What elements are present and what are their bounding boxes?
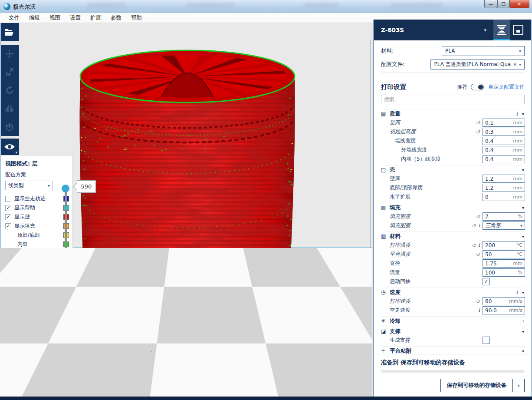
setting-value-input[interactable]: 0.1mm bbox=[483, 119, 525, 127]
revert-icon[interactable]: ↺ bbox=[476, 129, 480, 135]
scale-tool-button[interactable] bbox=[0, 63, 19, 81]
view-mode-button[interactable]: ▾ bbox=[0, 139, 19, 155]
move-tool-button[interactable] bbox=[0, 45, 19, 63]
section-chevron-icon[interactable]: ▾ bbox=[522, 329, 524, 334]
tab-prepare-slice[interactable] bbox=[493, 20, 510, 40]
section-header-infill[interactable]: ▨填充▾ bbox=[381, 203, 525, 212]
per-model-settings-button[interactable] bbox=[0, 118, 19, 136]
setting-value-input[interactable]: 0.4mm bbox=[483, 155, 525, 163]
setting-value-input[interactable]: 50°C bbox=[483, 250, 525, 258]
section-header-support[interactable]: ◪支撑▾ bbox=[381, 327, 525, 336]
legend-checkbox[interactable]: ✓ bbox=[5, 214, 11, 220]
save-options-dropdown[interactable]: ▾ bbox=[513, 379, 525, 392]
section-chevron-icon[interactable]: ‹ bbox=[522, 319, 524, 324]
chevron-down-icon[interactable]: ▾ bbox=[484, 27, 486, 33]
menu-item-设置[interactable]: 设置 bbox=[66, 13, 85, 23]
info-icon[interactable]: i bbox=[478, 223, 480, 228]
setting-value-input[interactable]: 90.0mm/s bbox=[483, 306, 525, 314]
section-label: 质量 bbox=[390, 110, 516, 118]
section-header-adhesion[interactable]: ÷平台粘附▾ bbox=[381, 346, 525, 354]
setting-value-input[interactable]: 60mm/s bbox=[483, 297, 525, 305]
view-mode-title: 视图模式: 层 bbox=[5, 160, 69, 168]
legend-label: 显示填充 bbox=[14, 222, 60, 230]
section-header-quality[interactable]: ▤质量i▾ bbox=[381, 109, 525, 118]
section-header-material[interactable]: ▥材料▾ bbox=[381, 231, 525, 241]
section-chevron-icon[interactable]: ▾ bbox=[522, 112, 524, 116]
recommended-label: 推荐 bbox=[457, 83, 467, 91]
settings-search-input[interactable]: 搜索 bbox=[381, 95, 525, 104]
setting-value-input[interactable]: 1.2mm bbox=[483, 175, 525, 183]
info-icon[interactable]: i bbox=[478, 307, 480, 313]
setting-value-input[interactable]: 100% bbox=[483, 268, 525, 277]
info-icon[interactable]: i bbox=[516, 290, 518, 295]
close-button[interactable]: ✕ bbox=[509, 0, 529, 8]
setting-value-input[interactable]: 1.2mm bbox=[483, 184, 525, 192]
setting-value-input[interactable]: 0.4mm bbox=[483, 137, 525, 145]
mirror-tool-button[interactable] bbox=[0, 99, 19, 118]
section-chevron-icon[interactable]: ▾ bbox=[522, 205, 524, 210]
custom-profile-link[interactable]: 自定义配置文件 bbox=[488, 83, 525, 91]
setting-row: 水平扩展0mm bbox=[381, 192, 525, 202]
viewport-3d[interactable]: ▾ 视图模式: 层 配色方案 线类型 ▾ 显示空走轨迹✓显示帮助✓显示壁✓显示填… bbox=[0, 23, 372, 397]
info-icon[interactable]: i bbox=[516, 111, 518, 117]
maximize-button[interactable]: ❐ bbox=[497, 0, 509, 8]
section-header-speed[interactable]: ◷速度i▾ bbox=[381, 288, 525, 297]
printer-name[interactable]: Z-603S bbox=[381, 26, 484, 33]
layer-slider[interactable] bbox=[62, 183, 69, 278]
legend-checkbox[interactable]: ✓ bbox=[5, 223, 11, 229]
layer-slider-upper-handle[interactable] bbox=[62, 185, 69, 192]
menu-item-视图[interactable]: 视图 bbox=[45, 13, 65, 23]
setting-value-input[interactable]: 0.4mm bbox=[483, 146, 525, 154]
revert-icon[interactable]: ↺ bbox=[476, 298, 480, 304]
value-text: 1.2 bbox=[485, 185, 513, 191]
setting-value-input[interactable]: 7% bbox=[483, 212, 525, 221]
setting-value-input[interactable]: 1.75mm bbox=[483, 259, 525, 268]
color-scheme-dropdown[interactable]: 线类型 ▾ bbox=[5, 181, 53, 190]
profile-dropdown[interactable]: PLA 普通质量(PLA Normal Qua ★ ▾ bbox=[430, 60, 525, 69]
setting-row: 外墙线宽度0.4mm bbox=[381, 145, 525, 155]
slice-progress-bar bbox=[381, 370, 525, 373]
revert-icon[interactable]: ↺ bbox=[472, 242, 476, 248]
material-block: 材料: PLA ▾ 配置文件: PLA 普通质量(PLA Normal Qua … bbox=[374, 40, 531, 77]
tab-monitor[interactable] bbox=[510, 20, 526, 40]
menu-item-帮助[interactable]: 帮助 bbox=[127, 13, 146, 23]
rotate-tool-button[interactable] bbox=[0, 81, 19, 99]
revert-icon[interactable]: ↺ bbox=[472, 223, 476, 229]
section-chevron-icon[interactable]: ▾ bbox=[522, 168, 524, 172]
setting-value-input[interactable]: 200°C bbox=[483, 241, 525, 249]
section-chevron-icon[interactable]: ▾ bbox=[522, 290, 524, 295]
section-header-cooling[interactable]: ✳冷却‹ bbox=[381, 316, 525, 325]
section-chevron-icon[interactable]: ▾ bbox=[522, 234, 524, 239]
setting-checkbox[interactable] bbox=[483, 337, 490, 344]
edit-name-icon[interactable]: ✎ bbox=[363, 364, 368, 371]
section-header-shell[interactable]: □壳▾ bbox=[381, 165, 525, 174]
menu-item-参数[interactable]: 参数 bbox=[106, 13, 126, 23]
print-settings-header: 打印设置 推荐 自定义配置文件 bbox=[374, 77, 531, 95]
info-icon[interactable]: i bbox=[478, 242, 480, 248]
section-chevron-icon[interactable]: ▾ bbox=[522, 349, 524, 354]
minimize-button[interactable]: — bbox=[484, 0, 497, 8]
revert-icon[interactable]: ↺ bbox=[476, 251, 480, 258]
material-dropdown[interactable]: PLA ▾ bbox=[442, 46, 525, 56]
setting-dropdown[interactable]: 三角形▾ bbox=[483, 221, 525, 230]
output-footer: 准备到 保存到可移动的存储设备 保存到可移动的存储设备 ▾ bbox=[374, 354, 531, 397]
revert-icon[interactable]: ↺ bbox=[476, 214, 480, 220]
setting-value-input[interactable]: 0.3mm bbox=[483, 128, 525, 136]
setting-checkbox[interactable]: ✓ bbox=[483, 278, 490, 285]
menu-item-扩展[interactable]: 扩展 bbox=[86, 13, 105, 23]
title-bar[interactable]: 极光尔沃 — ❐ ✕ bbox=[0, 0, 532, 13]
layer-slider-track[interactable] bbox=[65, 186, 67, 274]
setting-label: 打印温度 bbox=[381, 241, 472, 249]
save-to-removable-button[interactable]: 保存到可移动的存储设备 bbox=[440, 379, 513, 392]
menu-item-编辑[interactable]: 编辑 bbox=[25, 13, 44, 23]
recommended-toggle[interactable] bbox=[471, 84, 484, 90]
legend-checkbox[interactable]: ✓ bbox=[5, 205, 11, 211]
revert-icon[interactable]: ↺ bbox=[476, 120, 480, 126]
open-file-button[interactable] bbox=[0, 23, 19, 41]
setting-value-input[interactable]: 0mm bbox=[483, 193, 525, 201]
menu-item-文件[interactable]: 文件 bbox=[4, 13, 24, 23]
legend-label: 内壁 bbox=[17, 241, 60, 248]
layer-slider-lower-handle[interactable] bbox=[62, 269, 69, 277]
legend-checkbox[interactable] bbox=[5, 196, 11, 202]
star-icon: ★ bbox=[512, 61, 517, 67]
